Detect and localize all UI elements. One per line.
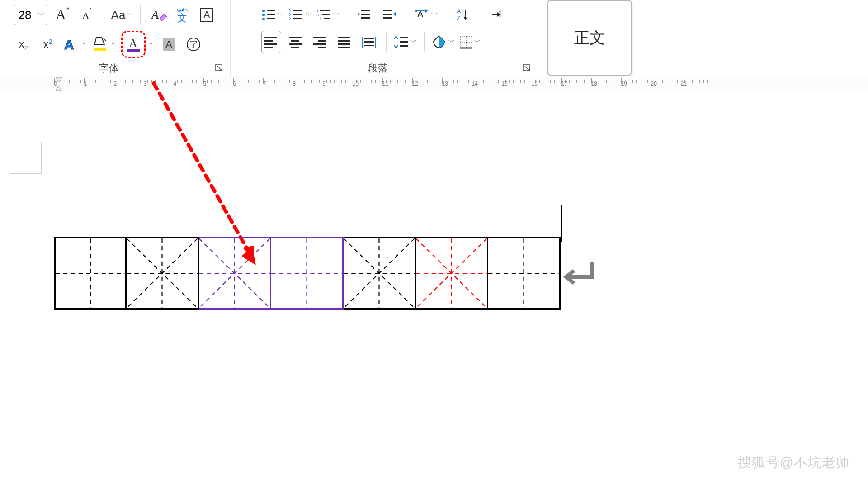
svg-rect-31 [361, 14, 370, 15]
svg-rect-17 [267, 18, 275, 19]
svg-text:ˇ: ˇ [90, 7, 92, 14]
chevron-down-icon[interactable]: ﹀ [431, 11, 438, 19]
indent-marker-icon[interactable] [54, 76, 63, 92]
style-gallery-item-body[interactable]: 正文 [547, 0, 632, 76]
grid-cell[interactable] [54, 237, 127, 310]
svg-rect-35 [383, 14, 392, 15]
superscript-button[interactable]: x2 [38, 33, 58, 56]
svg-rect-49 [291, 47, 299, 48]
svg-rect-30 [361, 10, 370, 11]
group-font: 28 ﹀ A^ Aˇ Aa ﹀ A [0, 0, 231, 76]
grid-cell[interactable] [488, 237, 561, 310]
horizontal-ruler[interactable]: 0123456789101112131415161718192021 [0, 76, 868, 92]
change-case-button[interactable]: Aa ﹀ [111, 4, 133, 26]
svg-text:Z: Z [457, 14, 461, 22]
chevron-down-icon[interactable]: ﹀ [448, 38, 455, 46]
bulleted-list-button[interactable]: ﹀ [261, 4, 284, 26]
character-grid [54, 237, 561, 310]
svg-rect-23 [293, 18, 302, 19]
line-spacing-button[interactable]: ﹀ [394, 31, 417, 53]
group-paragraph: ﹀ 123 ﹀ 1ai ﹀ A [231, 0, 538, 76]
svg-text:A: A [457, 8, 461, 14]
svg-rect-29 [324, 18, 330, 19]
svg-rect-55 [338, 40, 350, 42]
character-border-button[interactable]: A [197, 4, 217, 26]
font-size-value: 28 [19, 8, 32, 22]
clear-formatting-button[interactable]: A [148, 4, 168, 26]
align-center-button[interactable] [286, 31, 306, 53]
borders-button[interactable]: ﹀ [459, 31, 481, 53]
phonetic-guide-button[interactable]: wén 文 [172, 4, 192, 26]
svg-rect-50 [313, 37, 326, 38]
chevron-down-icon[interactable]: ﹀ [333, 11, 340, 19]
sort-button[interactable]: AZ [453, 4, 472, 26]
enclose-characters-button[interactable]: 字 [184, 33, 203, 56]
chevron-down-icon[interactable]: ﹀ [81, 40, 87, 48]
crop-mark [561, 205, 562, 242]
show-marks-button[interactable] [487, 4, 507, 26]
text-direction-button[interactable]: A ﹀ [414, 4, 438, 26]
svg-rect-42 [264, 37, 277, 38]
numbered-list-button[interactable]: 123 ﹀ [289, 4, 312, 26]
svg-rect-56 [338, 43, 350, 45]
font-size-selector[interactable]: 28 ﹀ [14, 5, 47, 25]
svg-line-73 [154, 83, 253, 260]
grid-cell[interactable] [271, 237, 344, 310]
chevron-down-icon[interactable]: ﹀ [278, 11, 284, 19]
svg-rect-21 [293, 14, 302, 15]
svg-rect-34 [383, 10, 392, 11]
grid-cell[interactable] [416, 237, 488, 310]
svg-rect-53 [318, 47, 326, 48]
svg-text:A: A [129, 37, 137, 50]
align-distributed-button[interactable] [359, 31, 379, 53]
chevron-down-icon[interactable]: ﹀ [410, 38, 417, 46]
text-effects-button[interactable]: A ﹀ [62, 33, 87, 56]
dialog-launcher-icon[interactable] [215, 63, 225, 73]
svg-rect-15 [267, 14, 275, 15]
svg-rect-63 [400, 37, 408, 38]
character-shading-button[interactable]: A [159, 33, 179, 56]
chevron-down-icon[interactable]: ﹀ [127, 11, 133, 19]
chevron-down-icon[interactable]: ﹀ [148, 40, 155, 48]
grid-cell[interactable] [344, 237, 416, 310]
grow-font-button[interactable]: A^ [52, 4, 72, 26]
svg-text:A: A [82, 10, 90, 22]
decrease-indent-button[interactable] [354, 4, 374, 26]
dialog-launcher-icon[interactable] [522, 63, 532, 73]
align-right-button[interactable] [310, 31, 330, 53]
align-left-button[interactable] [261, 31, 281, 53]
document-canvas: 搜狐号@不坑老师 [0, 92, 868, 479]
svg-text:A: A [151, 8, 159, 21]
chevron-down-icon[interactable]: ﹀ [38, 10, 45, 20]
svg-rect-61 [364, 41, 374, 43]
increase-indent-button[interactable] [379, 4, 399, 26]
svg-rect-48 [289, 43, 302, 45]
highlight-color-button[interactable]: ﹀ [92, 33, 117, 56]
svg-text:i: i [320, 17, 321, 21]
align-justify-button[interactable] [335, 31, 354, 53]
multilevel-list-button[interactable]: 1ai ﹀ [316, 4, 340, 26]
page-margin-corner [10, 142, 42, 174]
chevron-down-icon[interactable]: ﹀ [306, 11, 312, 19]
svg-rect-65 [400, 45, 408, 47]
svg-marker-72 [56, 86, 62, 90]
font-color-button[interactable]: A [124, 33, 142, 56]
svg-rect-64 [400, 41, 408, 43]
svg-marker-5 [160, 14, 167, 21]
svg-marker-71 [56, 78, 62, 82]
group-paragraph-label: 段落 [233, 62, 522, 75]
shrink-font-button[interactable]: Aˇ [76, 4, 96, 26]
grid-cell[interactable] [199, 237, 271, 310]
svg-rect-46 [289, 37, 302, 38]
group-font-label: 字体 [3, 62, 215, 75]
svg-rect-43 [264, 40, 273, 42]
svg-point-14 [262, 14, 265, 16]
grid-cell[interactable] [127, 237, 199, 310]
svg-rect-8 [94, 48, 106, 51]
chevron-down-icon[interactable]: ﹀ [110, 40, 117, 48]
chevron-down-icon[interactable]: ﹀ [474, 38, 481, 46]
svg-point-12 [262, 10, 265, 12]
svg-rect-62 [364, 45, 374, 46]
subscript-button[interactable]: x2 [14, 33, 33, 56]
shading-button[interactable]: ﹀ [432, 31, 455, 53]
